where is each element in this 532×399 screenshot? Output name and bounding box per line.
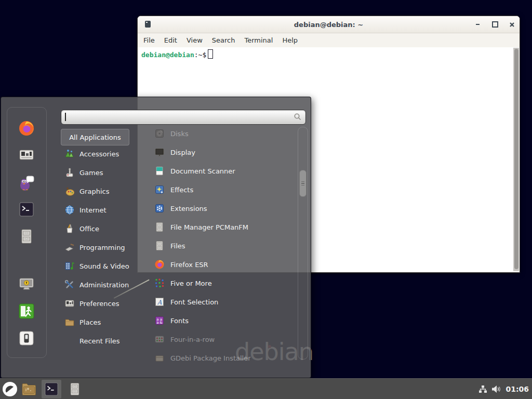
effects-icon [154,184,165,195]
menu-search[interactable]: Search [207,36,240,44]
svg-text:a: a [157,321,159,325]
app-font-selection[interactable]: A Font Selection [148,292,297,311]
category-label: Preferences [79,300,119,308]
terminal-icon [44,382,59,396]
maximize-icon [492,21,498,28]
app-five-or-more[interactable]: Five or More [148,274,297,292]
menu-file[interactable]: File [139,36,159,44]
firefox-icon [18,120,35,137]
scrollbar-grip [301,185,304,186]
disks-icon [154,128,165,139]
category-recent-files[interactable]: Recent Files [61,331,147,350]
category-administration[interactable]: Administration [61,275,147,294]
app-files[interactable]: Files [148,236,297,255]
terminal-task-button[interactable] [42,380,61,398]
category-label: Internet [79,206,107,214]
prompt-path: :~$ [194,51,206,59]
category-games[interactable]: Games [61,163,147,182]
favorite-pidgin[interactable] [18,175,35,191]
app-extensions[interactable]: Extensions [148,199,297,218]
shut-down-icon [19,330,34,346]
all-applications-button[interactable]: All Applications [61,129,129,145]
no-icon [64,336,75,346]
prompt-user-host: debian@debian [141,51,194,59]
category-accessories[interactable]: Accessories [61,144,147,163]
search-input[interactable] [61,110,306,125]
lock-screen-button[interactable] [19,276,34,292]
terminal-menubar: File Edit View Search Terminal Help [138,33,520,47]
category-label: Recent Files [79,337,120,345]
category-graphics[interactable]: Graphics [61,182,147,201]
taskbar: 01:06 [0,378,532,399]
category-label: Games [79,169,103,177]
app-firefox-esr[interactable]: Firefox ESR [148,255,297,274]
app-file-manager-pcmanfm[interactable]: File Manager PCManFM [148,218,297,236]
menu-button[interactable] [0,380,20,398]
app-fonts[interactable]: aaa& Fonts [148,311,297,330]
favorite-file-manager[interactable] [19,229,34,244]
clock[interactable]: 01:06 [506,385,529,393]
log-out-button[interactable] [18,303,35,320]
file-manager-launcher[interactable] [20,380,38,398]
category-label: Places [79,318,101,326]
network-icon[interactable] [478,385,487,393]
category-programming[interactable]: Programming [61,238,147,257]
volume-icon[interactable] [491,385,501,393]
app-gdebi-package-installer[interactable]: GDebi Package Installer [148,349,297,364]
graphics-icon [64,186,75,196]
scrollbar-grip [301,181,304,182]
menu-terminal[interactable]: Terminal [240,36,277,44]
office-icon [64,223,75,234]
app-document-scanner[interactable]: Document Scanner [148,162,297,180]
app-four-in-a-row[interactable]: Four-in-a-row [148,330,297,349]
keyboard-settings-icon [19,147,34,163]
application-menu: All Applications Accessories Games Graph… [1,97,311,378]
close-button[interactable] [508,20,516,29]
app-list-scrollbar-thumb[interactable] [299,170,307,197]
app-display[interactable]: Display [148,143,297,162]
maximize-button[interactable] [491,20,499,29]
minimize-button[interactable] [473,20,482,29]
category-places[interactable]: Places [61,313,147,331]
category-sound-video[interactable]: Sound & Video [61,257,147,275]
text-caret [65,113,66,121]
category-internet[interactable]: Internet [61,201,147,219]
svg-text:&: & [159,321,162,325]
terminal-titlebar[interactable]: debian@debian: ~ [138,16,520,33]
category-list: Accessories Games Graphics Internet Offi… [61,144,147,350]
menu-edit[interactable]: Edit [159,36,182,44]
games-icon [64,167,75,178]
terminal-icon [19,202,34,217]
pidgin-icon [18,175,35,191]
app-label: Fonts [170,317,189,325]
category-office[interactable]: Office [61,219,147,238]
app-list-scrollbar[interactable] [298,127,308,360]
file-cabinet-launcher[interactable] [64,380,85,398]
gdebi-icon [154,353,165,363]
shut-down-button[interactable] [19,330,34,346]
folder-icon [21,382,37,396]
category-label: Programming [79,244,125,251]
favorite-terminal[interactable] [19,202,34,217]
terminal-scrollbar[interactable] [513,48,519,271]
menu-help[interactable]: Help [277,36,302,44]
terminal-scrollbar-thumb[interactable] [514,49,518,269]
file-cabinet-icon [19,229,34,244]
all-applications-label: All Applications [69,134,121,141]
app-label: GDebi Package Installer [170,354,251,362]
log-out-icon [18,303,35,320]
fonts-icon: aaa& [154,315,165,326]
favorite-firefox[interactable] [18,120,35,137]
category-preferences[interactable]: Preferences [61,294,147,313]
programming-icon [64,242,75,252]
app-label: Five or More [170,280,212,287]
app-label: Disks [170,130,189,138]
favorite-preferences[interactable] [19,147,34,163]
display-icon [154,147,165,157]
app-label: Display [170,149,195,156]
menu-view[interactable]: View [182,36,207,44]
app-disks[interactable]: Disks [148,124,297,143]
app-effects[interactable]: Effects [148,180,297,199]
extensions-icon [154,203,165,214]
file-cabinet-icon [68,382,82,396]
